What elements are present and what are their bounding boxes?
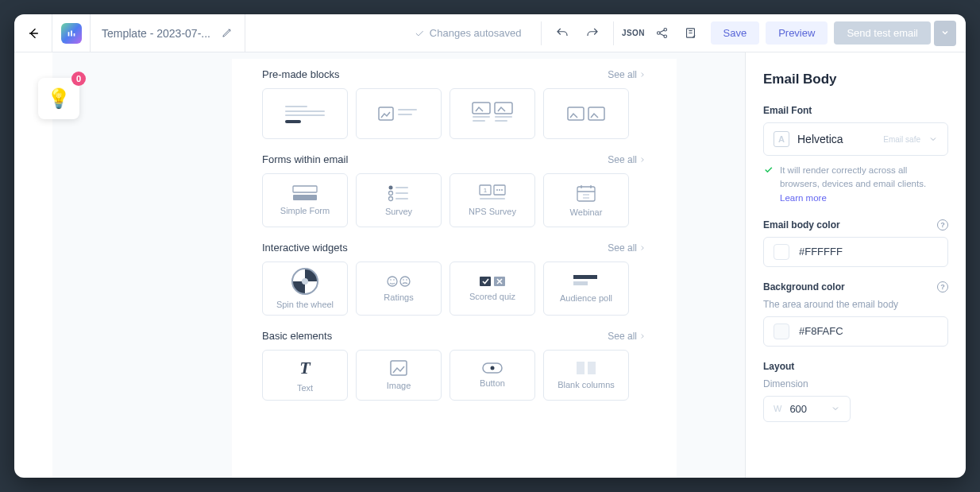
- back-button[interactable]: [14, 14, 52, 52]
- redo-icon: [585, 26, 600, 41]
- share-button[interactable]: [649, 14, 676, 52]
- svg-point-21: [389, 186, 393, 190]
- ideas-button[interactable]: 💡 0: [38, 78, 79, 119]
- chevron-down-icon: [831, 404, 840, 413]
- svg-point-35: [388, 277, 397, 286]
- logo-cell: [52, 14, 91, 52]
- layout-label: Layout: [763, 361, 948, 372]
- panel-title: Email Body: [763, 72, 948, 87]
- tile-text[interactable]: T Text: [262, 350, 348, 401]
- image-icon: [390, 360, 407, 376]
- svg-point-31: [499, 189, 500, 191]
- tile-label: NPS Survey: [469, 207, 516, 216]
- svg-point-38: [400, 277, 410, 286]
- undo-button[interactable]: [548, 14, 577, 52]
- svg-rect-18: [588, 107, 604, 120]
- dimension-label: Dimension: [763, 378, 948, 389]
- lightbulb-icon: 💡: [47, 87, 71, 110]
- tile-label: Ratings: [384, 292, 413, 302]
- bg-color-value: #F8FAFC: [799, 325, 843, 337]
- edit-title-button[interactable]: [222, 26, 233, 41]
- svg-rect-20: [293, 195, 317, 200]
- svg-rect-45: [391, 361, 407, 375]
- header-left: Template - 2023-07-...: [14, 14, 245, 52]
- svg-point-32: [501, 189, 503, 191]
- font-icon: A: [774, 131, 789, 147]
- tile-survey[interactable]: Survey: [356, 173, 442, 227]
- tile-button[interactable]: Button: [449, 350, 535, 401]
- see-all-button[interactable]: See all: [608, 331, 646, 342]
- tile-audience-poll[interactable]: Audience poll: [543, 261, 629, 316]
- svg-rect-16: [495, 120, 507, 122]
- send-dropdown-button[interactable]: [934, 21, 956, 46]
- font-select[interactable]: A Helvetica Email safe: [763, 122, 948, 156]
- notes-button[interactable]: [677, 14, 704, 52]
- premade-block-4[interactable]: [543, 88, 629, 139]
- tile-spin-the-wheel[interactable]: Spin the wheel: [262, 261, 348, 316]
- see-all-button[interactable]: See all: [608, 154, 646, 165]
- header-right: JSON Save Preview Send test email: [536, 14, 957, 52]
- bg-color-input[interactable]: #F8FAFC: [763, 316, 948, 347]
- help-icon[interactable]: ?: [937, 281, 948, 292]
- dimension-select[interactable]: W 600: [763, 396, 851, 422]
- tile-simple-form[interactable]: Simple Form: [262, 173, 348, 227]
- tile-label: Audience poll: [560, 293, 612, 303]
- svg-rect-34: [577, 187, 595, 201]
- section-forms: Forms within email See all Simple Form: [262, 153, 646, 227]
- svg-rect-22: [395, 187, 408, 188]
- dim-prefix: W: [774, 404, 781, 413]
- see-all-button[interactable]: See all: [608, 242, 646, 254]
- notes-icon: [684, 26, 697, 40]
- help-icon[interactable]: ?: [937, 219, 948, 231]
- font-value: Helvetica: [797, 133, 875, 145]
- tile-ratings[interactable]: Ratings: [356, 261, 442, 316]
- tile-label: Webinar: [570, 207, 603, 217]
- json-button[interactable]: JSON: [620, 14, 647, 52]
- svg-rect-6: [285, 114, 325, 116]
- svg-rect-48: [577, 362, 585, 374]
- svg-rect-7: [285, 120, 301, 123]
- tile-nps-survey[interactable]: 1 NPS Survey: [449, 173, 535, 227]
- chevron-right-icon: [639, 244, 646, 252]
- app-logo: [61, 23, 82, 44]
- svg-rect-15: [495, 116, 512, 118]
- autosave-label: Changes autosaved: [430, 27, 522, 39]
- chevron-down-icon: [940, 28, 950, 37]
- bg-color-label: Background color ?: [763, 281, 948, 292]
- tile-webinar[interactable]: Webinar: [543, 173, 629, 227]
- tile-label: Image: [387, 381, 411, 390]
- see-all-button[interactable]: See all: [608, 69, 646, 80]
- tile-blank-columns[interactable]: Blank columns: [543, 350, 629, 401]
- undo-icon: [555, 26, 569, 41]
- learn-more-link[interactable]: Learn more: [780, 193, 827, 203]
- premade-block-1[interactable]: [262, 88, 348, 139]
- preview-button[interactable]: Preview: [766, 21, 828, 45]
- send-label: Send test email: [847, 27, 918, 39]
- svg-rect-49: [588, 362, 596, 374]
- tile-label: Survey: [385, 207, 412, 216]
- section-premade-blocks: Pre-made blocks See all: [262, 68, 646, 139]
- body-color-value: #FFFFFF: [799, 246, 843, 258]
- svg-rect-17: [568, 107, 584, 120]
- svg-rect-10: [398, 114, 412, 115]
- dimension-value: 600: [789, 403, 823, 415]
- properties-panel: Email Body Email Font A Helvetica Email …: [745, 52, 966, 478]
- redo-button[interactable]: [578, 14, 607, 52]
- body-color-input[interactable]: #FFFFFF: [763, 237, 948, 267]
- check-icon: [414, 28, 425, 39]
- svg-rect-9: [398, 109, 417, 110]
- tile-image[interactable]: Image: [356, 350, 442, 401]
- svg-rect-5: [285, 110, 325, 112]
- text-icon: T: [299, 358, 310, 378]
- premade-block-2[interactable]: [356, 88, 442, 139]
- chevron-right-icon: [639, 71, 646, 79]
- svg-rect-26: [395, 198, 408, 200]
- svg-rect-19: [293, 186, 317, 192]
- left-rail: 💡 0: [14, 52, 52, 478]
- body-color-swatch: [774, 244, 789, 260]
- pencil-icon: [222, 26, 233, 38]
- tile-scored-quiz[interactable]: Scored quiz: [449, 261, 535, 316]
- save-button[interactable]: Save: [711, 21, 760, 45]
- send-test-email-button[interactable]: Send test email: [834, 21, 931, 45]
- premade-block-3[interactable]: [449, 88, 535, 139]
